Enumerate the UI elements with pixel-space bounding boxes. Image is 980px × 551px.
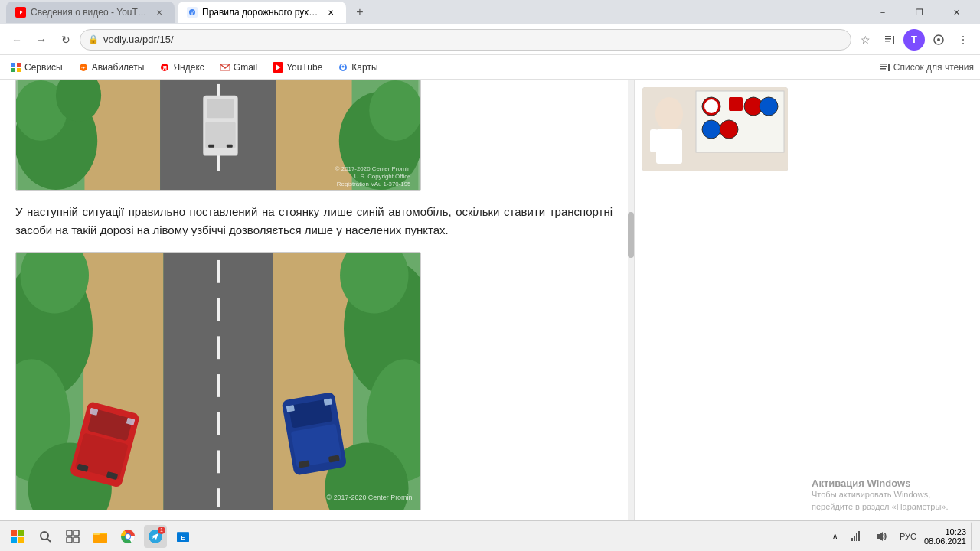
task-view-button[interactable]	[61, 525, 84, 548]
file-explorer-button[interactable]	[89, 525, 112, 548]
svg-point-88	[760, 97, 778, 116]
svg-rect-55	[217, 374, 220, 397]
reading-list-button[interactable]: Список для чтения	[880, 62, 974, 73]
svg-point-89	[702, 120, 720, 139]
svg-rect-106	[93, 534, 107, 543]
bookmark-services[interactable]: Сервисы	[6, 60, 67, 74]
chrome-button[interactable]	[116, 525, 139, 548]
svg-rect-56	[217, 412, 220, 435]
svg-rect-57	[217, 450, 220, 473]
telegram-button[interactable]: 1	[144, 525, 167, 548]
svg-rect-53	[217, 298, 220, 321]
svg-rect-25	[880, 66, 887, 67]
svg-rect-41	[207, 99, 234, 119]
svg-rect-12	[11, 68, 15, 72]
reading-list-label: Список для чтения	[893, 62, 974, 73]
svg-text:v: v	[191, 10, 194, 15]
bookmark-gmail-label: Gmail	[234, 62, 257, 73]
svg-rect-103	[67, 537, 72, 543]
start-button[interactable]	[6, 525, 29, 548]
svg-rect-6	[885, 41, 890, 42]
svg-rect-80	[324, 398, 332, 406]
svg-rect-11	[17, 63, 21, 67]
svg-rect-98	[18, 537, 24, 543]
svg-rect-27	[888, 64, 890, 71]
svg-rect-10	[11, 63, 15, 67]
telegram-badge: 1	[158, 527, 165, 534]
system-tray: ∧ РУС	[829, 525, 920, 548]
back-button[interactable]: ←	[6, 29, 28, 51]
svg-point-9	[937, 38, 940, 41]
bookmark-youtube[interactable]: YouTube	[268, 60, 327, 74]
volume-icon[interactable]	[871, 525, 893, 548]
svg-rect-104	[74, 537, 79, 543]
minimize-button[interactable]: −	[865, 0, 900, 24]
road-image-bottom: © 2017-2020 Center Promin	[15, 252, 421, 510]
svg-marker-119	[877, 532, 883, 541]
svg-rect-43	[208, 145, 214, 148]
profile-button[interactable]: T	[903, 29, 925, 51]
scrollbar-track[interactable]	[628, 80, 634, 520]
svg-rect-116	[854, 536, 855, 541]
maximize-button[interactable]: ❐	[902, 0, 937, 24]
toolbar: ← → ↻ 🔒 vodiy.ua/pdr/15/ ☆ T ⋮	[0, 24, 980, 55]
scrollbar-thumb[interactable]	[628, 212, 634, 258]
description-text: У наступній ситуації правильно поставлен…	[15, 203, 612, 240]
video-thumbnail[interactable]	[642, 87, 788, 171]
svg-point-110	[126, 534, 130, 539]
svg-rect-101	[67, 530, 72, 536]
tab-youtube[interactable]: Сведения о видео - YouTube S... ✕	[6, 2, 175, 23]
extensions-button[interactable]	[928, 29, 949, 51]
bookmark-aviabilety[interactable]: ✈ Авиабилеты	[74, 60, 149, 74]
browser-window: Сведения о видео - YouTube S... ✕ v Прав…	[0, 0, 980, 520]
explorer-button[interactable]: E	[172, 525, 194, 548]
list-reader-button[interactable]	[879, 29, 900, 51]
svg-rect-94	[675, 129, 682, 152]
svg-text:Я: Я	[163, 64, 168, 71]
tab-favicon-youtube	[15, 7, 26, 18]
language-indicator[interactable]: РУС	[897, 525, 920, 548]
show-hidden-icons[interactable]: ∧	[829, 525, 841, 548]
sidebar: Активация Windows Чтобы активировать Win…	[634, 80, 833, 520]
svg-rect-79	[286, 405, 295, 412]
clock[interactable]: 10:23 08.06.2021	[924, 527, 966, 546]
show-desktop-button[interactable]	[971, 522, 974, 551]
taskbar-search-button[interactable]	[34, 525, 57, 548]
bookmark-services-label: Сервисы	[24, 62, 63, 73]
svg-rect-5	[885, 38, 891, 40]
tab-label-youtube: Сведения о видео - YouTube S...	[31, 7, 149, 18]
svg-text:U.S. Copyright Office: U.S. Copyright Office	[354, 173, 411, 180]
bookmark-maps-label: Карты	[351, 62, 377, 73]
taskbar-left: 1 E	[6, 525, 194, 548]
svg-rect-44	[227, 145, 233, 148]
bookmark-gmail[interactable]: Gmail	[215, 60, 262, 74]
activation-subtitle: Чтобы активировать Windows, перейдите в …	[812, 489, 965, 513]
svg-rect-52	[217, 260, 220, 283]
menu-button[interactable]: ⋮	[952, 29, 974, 51]
svg-rect-95	[11, 530, 17, 536]
url-text: vodiy.ua/pdr/15/	[103, 34, 174, 45]
svg-rect-115	[851, 538, 853, 541]
svg-point-90	[720, 120, 738, 139]
bookmark-star-button[interactable]: ☆	[854, 29, 876, 51]
road-image-top: © 2017-2020 Center Promin U.S. Copyright…	[15, 80, 421, 191]
forward-button[interactable]: →	[31, 29, 52, 51]
bookmark-yandex[interactable]: Я Яндекс	[155, 60, 208, 74]
taskbar: 1 E ∧ РУС 10:23 08.06.2021	[0, 520, 980, 551]
bookmark-maps[interactable]: Карты	[333, 60, 382, 74]
svg-rect-93	[650, 129, 658, 152]
svg-rect-117	[856, 533, 858, 541]
new-tab-button[interactable]: +	[349, 2, 371, 23]
svg-rect-58	[217, 488, 220, 507]
bookmarks-bar: Сервисы ✈ Авиабилеты Я Яндекс Gmail YouT…	[0, 55, 980, 80]
main-content-area: © 2017-2020 Center Promin U.S. Copyright…	[0, 80, 628, 520]
reload-button[interactable]: ↻	[55, 29, 77, 51]
tab-pdr[interactable]: v Правила дорожнього руху. Зу... ✕	[178, 2, 346, 23]
tab-close-youtube[interactable]: ✕	[153, 6, 165, 18]
window-controls: − ❐ ✕	[865, 0, 974, 24]
network-icon[interactable]	[844, 525, 867, 548]
address-bar[interactable]: 🔒 vodiy.ua/pdr/15/	[80, 29, 851, 51]
tab-close-pdr[interactable]: ✕	[325, 6, 337, 18]
close-button[interactable]: ✕	[939, 0, 974, 24]
bookmark-aviabilety-label: Авиабилеты	[92, 62, 145, 73]
